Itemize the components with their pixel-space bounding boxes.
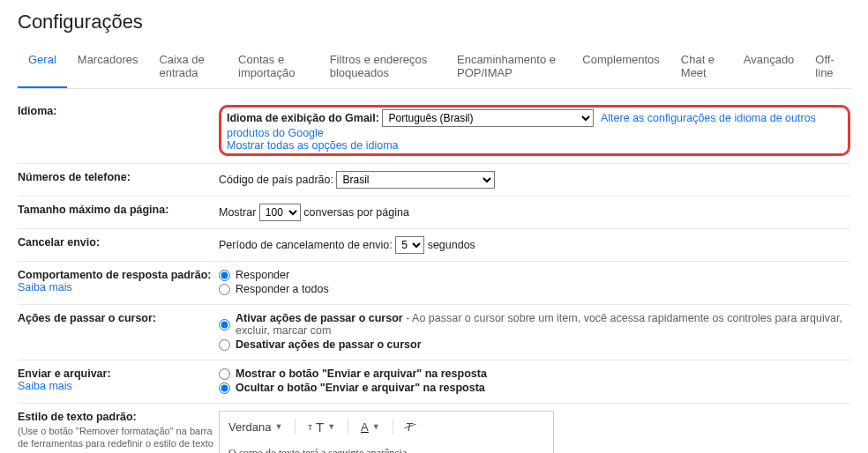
row-language: Idioma: Idioma de exibição do Gmail: Por… [18, 98, 850, 164]
send-archive-radio-show[interactable] [219, 368, 230, 380]
reply-learn-more-link[interactable]: Saiba mais [18, 281, 72, 293]
text-size-icon: т [308, 422, 312, 432]
page-size-label: Tamanho máximo da página: [18, 204, 168, 216]
page-size-show: Mostrar [219, 206, 256, 219]
language-label: Idioma: [18, 105, 56, 117]
row-phone: Números de telefone: Código de país padr… [18, 164, 850, 197]
undo-suffix: segundos [428, 239, 475, 251]
tab-chat-meet[interactable]: Chat e Meet [670, 46, 733, 88]
text-size-icon-large: T [316, 420, 324, 434]
reply-radio-reply[interactable] [219, 270, 230, 281]
undo-period-label: Período de cancelamento de envio: [219, 239, 393, 251]
text-style-label: Estilo de texto padrão: [18, 411, 137, 423]
remove-formatting-icon: T [406, 420, 413, 434]
tab-offline[interactable]: Off-line [804, 46, 850, 88]
tab-contas[interactable]: Contas e importação [228, 46, 319, 88]
hover-opt2: Desativar ações de passar o cursor [236, 338, 422, 351]
font-toolbar: Verdana ▼ тT ▼ A ▼ T [228, 419, 544, 440]
remove-formatting-button[interactable]: T [406, 420, 413, 434]
tab-filtros[interactable]: Filtros e endereços bloqueados [319, 46, 446, 88]
hover-opt1-bold: Ativar ações de passar o cursor [236, 312, 403, 324]
row-hover-actions: Ações de passar o cursor: Ativar ações d… [18, 305, 850, 360]
hover-radio-enable[interactable] [219, 319, 230, 330]
row-page-size: Tamanho máximo da página: Mostrar 100 co… [18, 197, 850, 229]
font-size-dropdown[interactable]: тT ▼ [308, 420, 335, 434]
font-box: Verdana ▼ тT ▼ A ▼ T O corpo do texto [219, 411, 554, 453]
chevron-down-icon: ▼ [372, 422, 380, 431]
tab-encaminhamento[interactable]: Encaminhamento e POP/IMAP [446, 46, 572, 88]
send-archive-opt2: Ocultar o botão "Enviar e arquivar" na r… [236, 382, 485, 394]
page-size-select[interactable]: 100 [259, 204, 301, 221]
send-archive-opt1: Mostrar o botão "Enviar e arquivar" na r… [236, 368, 487, 380]
chevron-down-icon: ▼ [274, 422, 282, 431]
reply-label: Comportamento de resposta padrão: [18, 269, 211, 281]
send-archive-radio-hide[interactable] [219, 382, 230, 394]
tab-marcadores[interactable]: Marcadores [67, 46, 149, 88]
send-archive-learn-more-link[interactable]: Saiba mais [18, 380, 72, 392]
row-send-archive: Enviar e arquivar: Saiba mais Mostrar o … [18, 360, 850, 404]
font-color-dropdown[interactable]: A ▼ [361, 420, 380, 434]
settings-tabs: Geral Marcadores Caixa de entrada Contas… [18, 46, 850, 89]
page-size-suffix: conversas por página [303, 206, 409, 219]
country-code-select[interactable]: Brasil [336, 171, 495, 189]
reply-opt1: Responder [236, 269, 289, 281]
tab-caixa-entrada[interactable]: Caixa de entrada [148, 46, 228, 88]
row-reply-behavior: Comportamento de resposta padrão: Saiba … [18, 262, 850, 305]
language-highlight-box: Idioma de exibição do Gmail: Português (… [219, 105, 850, 156]
send-archive-label: Enviar e arquivar: [18, 368, 111, 380]
hover-radio-disable[interactable] [219, 339, 230, 351]
tab-geral[interactable]: Geral [18, 46, 67, 88]
undo-period-select[interactable]: 5 [395, 236, 424, 254]
hover-label: Ações de passar o cursor: [18, 312, 156, 324]
tab-avancado[interactable]: Avançado [733, 46, 805, 88]
font-family-dropdown[interactable]: Verdana ▼ [228, 420, 282, 434]
phone-label: Números de telefone: [18, 171, 131, 183]
row-undo-send: Cancelar envio: Período de cancelamento … [18, 229, 850, 262]
page-title: Configurações [18, 11, 850, 33]
font-preview-text: O corpo do texto terá a seguinte aparênc… [228, 447, 544, 453]
tab-complementos[interactable]: Complementos [572, 46, 670, 88]
display-language-select[interactable]: Português (Brasil) [382, 109, 594, 127]
reply-opt2: Responder a todos [236, 283, 329, 295]
undo-label: Cancelar envio: [18, 236, 100, 249]
text-color-icon: A [361, 420, 369, 434]
country-code-label: Código de país padrão: [219, 174, 333, 186]
chevron-down-icon: ▼ [327, 422, 335, 431]
text-style-sub: (Use o botão "Remover formatação" na bar… [18, 425, 219, 453]
show-all-language-options-link[interactable]: Mostrar todas as opções de idioma [227, 139, 399, 152]
display-language-label: Idioma de exibição do Gmail: [227, 112, 379, 124]
reply-radio-replyall[interactable] [219, 284, 230, 295]
row-text-style: Estilo de texto padrão: (Use o botão "Re… [18, 404, 850, 453]
